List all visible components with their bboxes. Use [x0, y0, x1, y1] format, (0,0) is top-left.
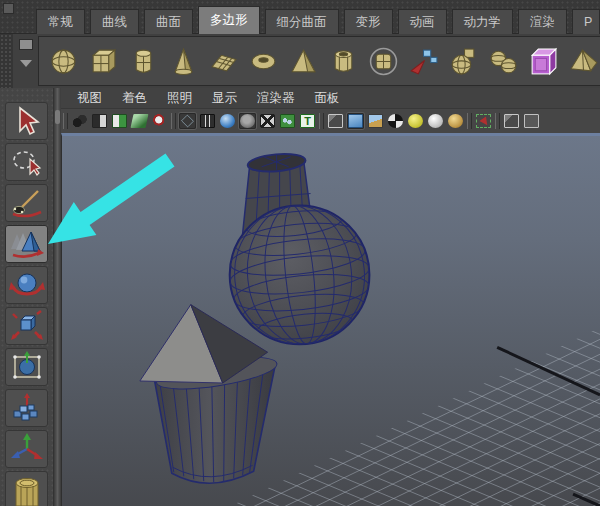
tab-label: 细分曲面: [277, 15, 327, 29]
cone-ghost-icon: [8, 227, 46, 261]
toolbox: [0, 88, 54, 506]
checker-sphere-icon[interactable]: [387, 113, 404, 129]
tab-label: 多边形: [210, 13, 248, 27]
image-plane-icon[interactable]: [131, 113, 148, 129]
camera-attributes-icon[interactable]: [91, 113, 108, 129]
lasso-icon: [8, 145, 46, 179]
bookmark-icon[interactable]: [111, 113, 128, 129]
rotate-tool-button[interactable]: [5, 266, 48, 304]
shelf-tabs: 常规 曲线 曲面 多边形 细分曲面 变形 动画 动力学 渲染 P: [36, 0, 600, 34]
poly-plane-icon[interactable]: [208, 46, 239, 77]
shaded-sphere-icon[interactable]: [219, 113, 236, 129]
paint-brush-icon: [8, 186, 46, 220]
show-manipulator-tool-button[interactable]: [5, 430, 48, 468]
universal-manipulator-tool-button[interactable]: [5, 348, 48, 386]
tab-rendering[interactable]: 渲染: [518, 9, 567, 34]
tab-general[interactable]: 常规: [36, 9, 85, 34]
viewport-3d[interactable]: [61, 133, 600, 506]
menu-renderer[interactable]: 渲染器: [247, 90, 305, 107]
pan-zoom-icon[interactable]: [151, 113, 168, 129]
platonic-solid-icon[interactable]: [568, 46, 599, 77]
tab-subdivs[interactable]: 细分曲面: [265, 9, 339, 34]
scale-tool-button[interactable]: [5, 307, 48, 345]
film-gate-icon[interactable]: [199, 113, 216, 129]
splitter-knob[interactable]: [55, 110, 60, 124]
panel-toolbar: T: [61, 109, 600, 133]
viewport-canvas[interactable]: [62, 136, 600, 506]
toolbar-separator: [467, 113, 472, 129]
field-chart-icon[interactable]: T: [299, 113, 316, 129]
tab-dynamics[interactable]: 动力学: [452, 9, 514, 34]
toolbar-separator: [319, 113, 324, 129]
rotate-sphere-icon: [8, 268, 46, 302]
last-tool-button[interactable]: [5, 471, 48, 506]
subdiv-proxy-cube-icon[interactable]: [528, 46, 559, 77]
poly-cone-icon[interactable]: [168, 46, 199, 77]
tab-label: 渲染: [530, 15, 555, 29]
poly-pyramid-icon[interactable]: [288, 46, 319, 77]
wireframe-cube-icon[interactable]: [327, 113, 344, 129]
default-material-icon[interactable]: [239, 113, 256, 129]
mask-icon[interactable]: [259, 113, 276, 129]
viewport-panel: 视图 着色 照明 显示 渲染器 面板 T: [61, 88, 600, 506]
poly-cube-icon[interactable]: [88, 46, 119, 77]
soft-modification-tool-button[interactable]: [5, 389, 48, 427]
menu-panels[interactable]: 面板: [305, 90, 350, 107]
menu-lighting[interactable]: 照明: [157, 90, 202, 107]
tab-label: 常规: [48, 15, 73, 29]
white-light-icon[interactable]: [427, 113, 444, 129]
tab-polygons-selected[interactable]: 多边形: [198, 6, 260, 34]
poly-sphere-icon[interactable]: [48, 46, 79, 77]
shelf-menu-triangle-icon[interactable]: [20, 60, 32, 67]
tab-animation[interactable]: 动画: [398, 9, 447, 34]
menu-view[interactable]: 视图: [67, 90, 112, 107]
shelf-switch-button[interactable]: [19, 39, 33, 50]
yellow-light-icon[interactable]: [407, 113, 424, 129]
tab-label: 曲面: [156, 15, 181, 29]
scale-cube-icon: [8, 309, 46, 343]
tab-partial[interactable]: P: [572, 9, 600, 34]
corner-grip[interactable]: [3, 3, 14, 14]
sphere-map-icon[interactable]: [448, 46, 479, 77]
sphere-with-neck-object[interactable]: [223, 152, 377, 351]
clipboard-cube-icon[interactable]: [523, 113, 540, 129]
tab-deform[interactable]: 变形: [344, 9, 393, 34]
smooth-shade-cube-icon[interactable]: [347, 113, 364, 129]
poly-pipe-icon[interactable]: [328, 46, 359, 77]
marquee-select-icon[interactable]: [475, 113, 492, 129]
tab-label: 动力学: [464, 15, 502, 29]
gold-light-icon[interactable]: [447, 113, 464, 129]
shelf-grip[interactable]: [0, 34, 13, 88]
gold-cylinder-icon: [8, 473, 46, 506]
menu-show[interactable]: 显示: [202, 90, 247, 107]
cone-create-tool-button-active[interactable]: [5, 225, 48, 263]
poly-torus-icon[interactable]: [248, 46, 279, 77]
tab-label: 变形: [356, 15, 381, 29]
tab-curves[interactable]: 曲线: [90, 9, 139, 34]
menu-shading[interactable]: 着色: [112, 90, 157, 107]
isolate-cube-icon[interactable]: [503, 113, 520, 129]
camera-select-icon[interactable]: [71, 113, 88, 129]
shelf-tab-bar: 常规 曲线 曲面 多边形 细分曲面 变形 动画 动力学 渲染 P: [0, 0, 600, 34]
axes-icon: [8, 432, 46, 466]
reduce-arrow-icon[interactable]: [408, 46, 439, 77]
combine-spheres-icon[interactable]: [488, 46, 519, 77]
shelf-switcher[interactable]: [15, 39, 37, 83]
panel-splitter[interactable]: [54, 88, 61, 506]
universal-manipulator-icon: [8, 350, 46, 384]
soft-mod-icon: [8, 391, 46, 425]
paint-select-tool-button[interactable]: [5, 184, 48, 222]
tab-label: 动画: [410, 15, 435, 29]
shelf-tray: [38, 36, 600, 86]
textured-cube-icon[interactable]: [367, 113, 384, 129]
smooth-mesh-icon[interactable]: [368, 46, 399, 77]
resolution-gate-icon[interactable]: [279, 113, 296, 129]
lasso-select-tool-button[interactable]: [5, 143, 48, 181]
poly-cylinder-icon[interactable]: [128, 46, 159, 77]
tab-label: 曲线: [102, 15, 127, 29]
tab-label: P: [584, 15, 592, 29]
tab-surfaces[interactable]: 曲面: [144, 9, 193, 34]
toolbar-separator: [171, 113, 176, 129]
select-tool-button[interactable]: [5, 102, 48, 140]
wireframe-diamond-icon[interactable]: [179, 113, 196, 129]
